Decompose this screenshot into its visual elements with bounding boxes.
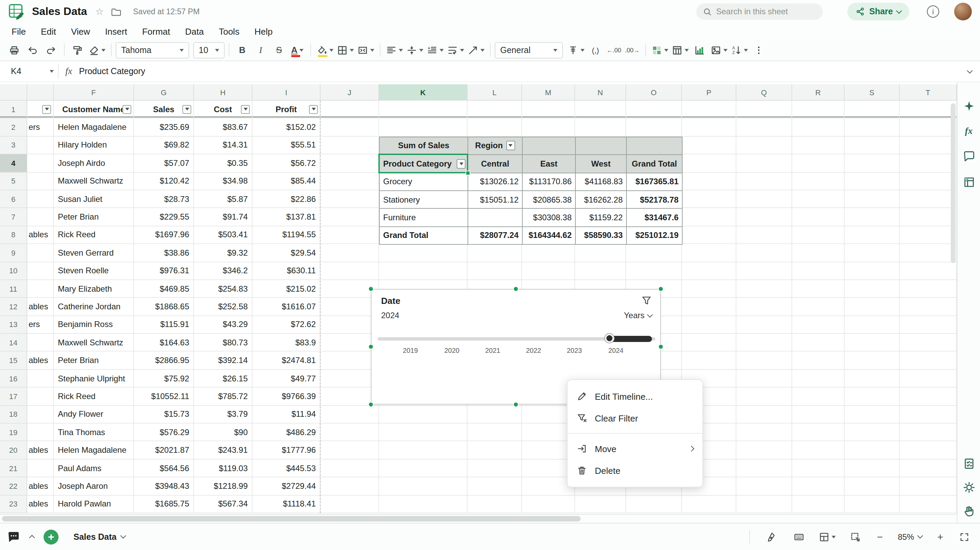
cell[interactable] bbox=[27, 460, 54, 478]
cell[interactable]: $1868.65 bbox=[134, 298, 194, 316]
cell[interactable] bbox=[792, 298, 845, 316]
cell[interactable] bbox=[321, 226, 379, 244]
pivot-value[interactable]: $31467.6 bbox=[627, 209, 682, 227]
pivot-col-header[interactable]: West bbox=[576, 155, 627, 173]
cell[interactable] bbox=[468, 244, 522, 262]
cell[interactable] bbox=[468, 262, 522, 280]
column-header-N[interactable]: N bbox=[575, 84, 626, 101]
cell[interactable] bbox=[682, 298, 737, 316]
cell[interactable] bbox=[900, 298, 957, 316]
cell[interactable]: $10552.11 bbox=[134, 388, 194, 406]
cell[interactable]: Peter Brian bbox=[54, 208, 134, 227]
filter-button[interactable] bbox=[309, 105, 318, 114]
cell[interactable] bbox=[468, 495, 522, 513]
cell[interactable]: $80.73 bbox=[194, 334, 253, 352]
zoom-out-button[interactable]: − bbox=[874, 531, 886, 542]
cell[interactable] bbox=[321, 423, 379, 442]
comments-icon[interactable] bbox=[7, 530, 21, 544]
menu-insert[interactable]: Insert bbox=[98, 23, 135, 40]
cell[interactable] bbox=[900, 316, 957, 334]
cell[interactable]: $630.11 bbox=[253, 262, 321, 280]
cell[interactable]: Sales bbox=[134, 101, 194, 119]
cell[interactable]: $83.9 bbox=[253, 334, 321, 352]
cell[interactable] bbox=[379, 244, 468, 262]
cell[interactable] bbox=[845, 298, 900, 316]
cell[interactable]: Joseph Aaron bbox=[54, 477, 134, 495]
cell[interactable]: $235.69 bbox=[134, 119, 194, 137]
cell[interactable] bbox=[737, 208, 792, 227]
filter-icon[interactable] bbox=[641, 295, 652, 306]
cell[interactable]: Harold Pawlan bbox=[54, 495, 134, 513]
cell[interactable] bbox=[792, 477, 845, 495]
row-header-23[interactable]: 23 bbox=[0, 495, 27, 513]
cell[interactable] bbox=[321, 316, 379, 334]
bold-button[interactable]: B bbox=[234, 41, 251, 59]
cell[interactable]: $69.82 bbox=[134, 137, 194, 155]
cell[interactable]: $83.67 bbox=[194, 119, 253, 137]
cell[interactable]: Helen Magadalene bbox=[54, 119, 134, 137]
borders-button[interactable] bbox=[336, 41, 355, 59]
pivot-value[interactable]: $113170.86 bbox=[523, 173, 576, 191]
cell[interactable] bbox=[575, 101, 626, 119]
cell[interactable]: Steven Gerrard bbox=[54, 244, 134, 262]
cell[interactable] bbox=[522, 101, 575, 119]
pivot-value[interactable]: $41168.83 bbox=[576, 173, 627, 191]
cell[interactable] bbox=[321, 406, 379, 423]
selection-handle[interactable] bbox=[658, 344, 663, 349]
cell[interactable] bbox=[737, 298, 792, 316]
cell[interactable] bbox=[845, 262, 900, 280]
field-dropdown-button[interactable] bbox=[457, 159, 466, 169]
cell[interactable] bbox=[575, 262, 626, 280]
cell[interactable] bbox=[321, 244, 379, 262]
cell[interactable] bbox=[845, 119, 900, 137]
cell[interactable] bbox=[27, 334, 54, 352]
cell[interactable]: $576.29 bbox=[134, 423, 194, 442]
cell[interactable] bbox=[379, 423, 468, 442]
cell[interactable]: ables bbox=[27, 477, 54, 495]
cell[interactable]: $164.63 bbox=[134, 334, 194, 352]
row-header-13[interactable]: 13 bbox=[0, 316, 27, 334]
cell[interactable] bbox=[845, 477, 900, 495]
row-header-15[interactable]: 15 bbox=[0, 352, 27, 370]
cell[interactable]: ables bbox=[27, 442, 54, 460]
filter-button[interactable] bbox=[182, 105, 191, 114]
cell[interactable]: $119.03 bbox=[194, 460, 253, 478]
cell[interactable]: $9.32 bbox=[194, 244, 253, 262]
cell[interactable] bbox=[845, 460, 900, 478]
selection-handle[interactable] bbox=[513, 286, 519, 292]
cell[interactable]: $3948.43 bbox=[134, 477, 194, 495]
cell[interactable]: $5.87 bbox=[194, 190, 253, 208]
pivot-row-label[interactable]: Grand Total bbox=[380, 227, 468, 245]
add-sheet-button[interactable]: + bbox=[43, 529, 59, 544]
cell[interactable] bbox=[737, 137, 792, 155]
cell[interactable]: ables bbox=[27, 352, 54, 370]
selection-handle[interactable] bbox=[513, 402, 519, 407]
image-button[interactable] bbox=[709, 41, 729, 59]
cell[interactable]: Maxwell Schwartz bbox=[54, 172, 134, 190]
select-all-corner[interactable] bbox=[0, 84, 27, 101]
cell[interactable] bbox=[792, 495, 845, 513]
print-button[interactable] bbox=[5, 41, 23, 59]
cell[interactable] bbox=[792, 137, 845, 155]
selection-handle[interactable] bbox=[368, 286, 374, 292]
pivot-col-header[interactable]: East bbox=[523, 155, 576, 173]
filter-button[interactable] bbox=[241, 105, 250, 114]
cell[interactable] bbox=[575, 244, 626, 262]
cell[interactable] bbox=[900, 244, 957, 262]
cell[interactable] bbox=[379, 406, 468, 423]
cell[interactable] bbox=[737, 388, 792, 406]
cell[interactable] bbox=[792, 190, 845, 208]
cell[interactable] bbox=[468, 101, 522, 119]
text-rotate-button[interactable] bbox=[466, 41, 486, 59]
cell[interactable]: $137.81 bbox=[253, 208, 321, 227]
filter-button[interactable] bbox=[42, 105, 51, 114]
cell[interactable] bbox=[27, 280, 54, 298]
cell[interactable] bbox=[845, 244, 900, 262]
sheet-tab[interactable]: Sales Data bbox=[68, 523, 130, 550]
pivot-value[interactable]: $20865.38 bbox=[523, 191, 576, 209]
text-wrap-button[interactable] bbox=[446, 41, 466, 59]
cell[interactable] bbox=[737, 226, 792, 244]
row-header-19[interactable]: 19 bbox=[0, 423, 27, 442]
cell[interactable]: $1777.96 bbox=[253, 442, 321, 460]
cell[interactable] bbox=[575, 119, 626, 137]
